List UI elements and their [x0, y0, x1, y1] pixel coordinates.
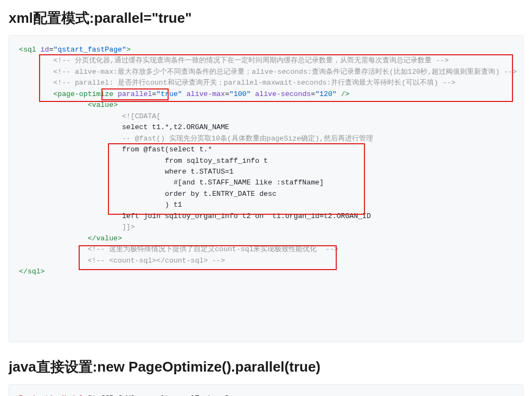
comment-5: <!-- <count-sql></count-sql> -->: [88, 257, 225, 265]
java-code-block: PaginationModel<StaffInfoVO> result = sq…: [9, 384, 523, 396]
sql-order: order by t.ENTRY_DATE desc: [165, 190, 277, 198]
val-parallel: "true": [156, 90, 182, 98]
cdata-close: ]]>: [122, 223, 135, 231]
tag-open: <sql: [19, 46, 36, 54]
sql-where: where t.STATUS=1: [165, 168, 234, 176]
comment-1: <!-- 分页优化器,通过缓存实现查询条件一致的情况下在一定时间周期内缓存总记录…: [53, 56, 448, 65]
val-alivesec: "120": [315, 90, 337, 98]
sql-select: select t1.*,t2.ORGAN_NAME: [122, 123, 229, 131]
tag-value-open: <value>: [88, 101, 118, 109]
sql-close: ) t1: [165, 201, 182, 209]
heading-xml-config: xml配置模式:parallel="true": [9, 9, 523, 28]
tag-sql-close: </sql>: [19, 267, 45, 276]
val-alivemax: "100": [229, 90, 251, 98]
tag-value-close: </value>: [88, 234, 122, 242]
heading-java-config: java直接设置:new PageOptimize().parallel(tru…: [9, 357, 523, 376]
sql-from: from @fast(select t.*: [122, 145, 212, 154]
attr-alivemax: alive-max: [187, 90, 225, 98]
sql-from2: from sqltoy_staff_info t: [165, 157, 268, 165]
val-id: "qstart_fastPage": [53, 46, 126, 54]
xml-code-block: <sql id="qstart_fastPage"> <!-- 分页优化器,通过…: [9, 35, 523, 342]
tag-close-gt: >: [126, 46, 131, 54]
attr-parallel: parallel: [118, 90, 152, 98]
comment-2: <!-- alive-max:最大存放多少个不同查询条件的总记录量；alive-…: [53, 68, 517, 76]
sql-optional: #[and t.STAFF_NAME like :staffName]: [174, 178, 324, 187]
tag-pageoptimize: <page-optimize: [53, 90, 113, 98]
comment-3: <!-- parallel: 是否并行count和记录查询开关；parallel…: [53, 79, 456, 87]
sql-join: left join sqltoy_organ_info t2 on t1.org…: [122, 212, 371, 220]
tag-selfclose: />: [341, 90, 350, 98]
comment-4: <!-- 这里为极特殊情况下提供了自定义count-sql来实现极致性能优化 -…: [88, 245, 338, 253]
attr-id: id: [41, 46, 49, 54]
cdata-open: <![CDATA[: [122, 112, 161, 120]
sql-fast-comment: -- @fast() 实现先分页取10条(具体数量由pageSize确定),然后…: [122, 135, 373, 143]
attr-alivesec: alive-seconds: [255, 90, 311, 98]
